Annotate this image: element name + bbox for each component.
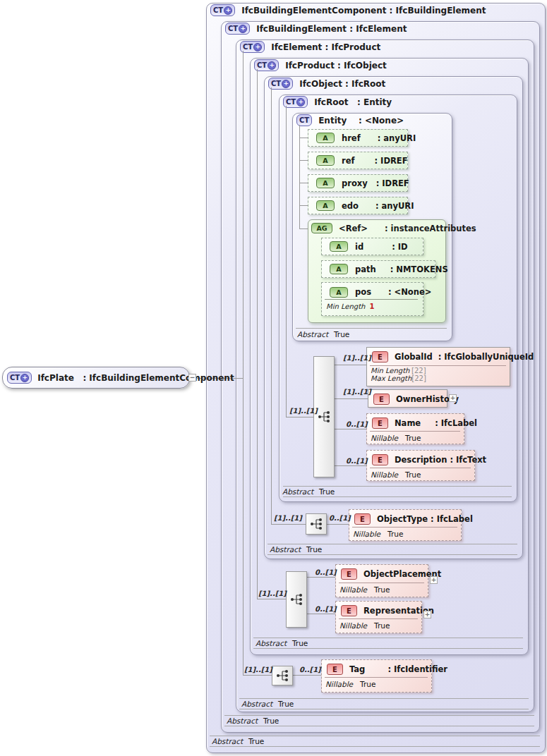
cardinality-label: [1]..[1] (244, 666, 272, 674)
complex-type-badge[interactable]: CT+ (210, 4, 235, 16)
facet-label: Abstract (256, 639, 292, 647)
type-title: IfcBuildingElement : IfcElement (256, 24, 407, 34)
attribute-proxy[interactable]: A proxy : IDREF (308, 174, 408, 192)
element-badge: E (372, 454, 388, 465)
facet-value: [22] (411, 367, 426, 374)
expand-icon[interactable]: + (282, 80, 290, 88)
facet-label: Abstract (282, 487, 319, 496)
cardinality-label: 0..[1] (299, 666, 321, 674)
expand-button-ownerhistory[interactable]: + (449, 394, 457, 402)
attribute-id[interactable]: A id : ID (321, 238, 423, 255)
attribute-label: pos : <None> (355, 287, 431, 297)
collapse-button-ifcplate[interactable]: − (188, 374, 196, 382)
min-length-facet-pos: Min Length1 (326, 302, 374, 311)
divider (253, 648, 523, 649)
expand-icon[interactable]: + (239, 25, 247, 33)
badge-label: CT (243, 43, 253, 51)
type-title: Entity : <None> (318, 116, 404, 126)
facet-label: Abstract (270, 545, 306, 554)
element-label: Name : IfcLabel (395, 418, 477, 428)
expand-icon[interactable]: + (20, 374, 29, 382)
connector-line (327, 524, 349, 525)
nillable-facet-objecttype: NillableTrue (353, 529, 403, 538)
expand-icon[interactable]: + (224, 6, 232, 15)
complex-type-badge[interactable]: CT+ (268, 78, 293, 90)
complex-type-badge[interactable]: CT+ (240, 41, 265, 53)
facet-label: Nillable (371, 434, 398, 442)
sequence-compositor-ifcelement[interactable] (272, 666, 293, 685)
root-type-ifcplate[interactable]: CT+ IfcPlate : IfcBuildingElementCompone… (2, 367, 190, 389)
header-entity: CT Entity : <None> (296, 114, 404, 126)
badge-label: CT (271, 80, 281, 87)
connector-line (299, 138, 308, 138)
attribute-path[interactable]: A path : NMTOKENS (321, 260, 435, 278)
connector-line (271, 524, 306, 525)
facet-label: Abstract (212, 737, 248, 745)
element-ownerhistory[interactable]: E OwnerHistory (368, 389, 447, 408)
expand-button-objectplacement[interactable]: + (430, 576, 438, 584)
facet-value: True (319, 487, 335, 496)
attribute-badge: A (316, 200, 335, 211)
facet-label: Max Length (371, 374, 411, 382)
cardinality-label: [1]..[1] (274, 514, 302, 523)
facet-label: Nillable (339, 585, 367, 594)
badge-label: CT (213, 6, 223, 14)
divider (239, 709, 529, 709)
divider (370, 365, 506, 366)
divider (325, 677, 428, 678)
facet-value: True (263, 717, 279, 725)
header-ifcobject: CT+ IfcObject : IfcRoot (268, 78, 385, 90)
expand-icon[interactable]: + (296, 98, 305, 106)
sequence-icon (289, 593, 303, 606)
type-title: IfcObject : IfcRoot (299, 79, 385, 89)
facet-value: True (374, 585, 390, 594)
header-ifcproduct: CT+ IfcProduct : IfcObject (254, 59, 387, 71)
connector-line (335, 429, 366, 429)
facet-label: Abstract (227, 717, 263, 725)
sequence-compositor-ifcproduct[interactable] (286, 571, 307, 628)
attribute-href[interactable]: A href : anyURI (308, 129, 408, 147)
expand-icon[interactable]: + (253, 43, 262, 51)
nillable-facet-description: NillableTrue (371, 470, 421, 479)
attribute-label: href : anyURI (342, 133, 416, 143)
attribute-label: edo : anyURI (342, 201, 414, 211)
facet-value: True (292, 639, 308, 647)
connector-line (299, 183, 308, 183)
element-label: GlobalId : IfcGloballyUniqueId (395, 352, 534, 362)
sequence-compositor-ifcobject[interactable] (306, 513, 327, 535)
header-ifcelement: CT+ IfcElement : IfcProduct (240, 41, 380, 53)
connector-line (307, 577, 335, 578)
connector-line (299, 160, 308, 161)
element-badge: E (354, 513, 371, 525)
expand-icon[interactable]: + (268, 61, 276, 70)
connector-line (286, 106, 287, 417)
complex-type-badge[interactable]: CT+ (283, 96, 308, 108)
facet-label: Min Length (326, 303, 365, 310)
badge-label: CT (286, 98, 296, 106)
element-header: E GlobalId : IfcGloballyUniqueId (367, 348, 510, 362)
divider (296, 328, 447, 329)
complex-type-badge[interactable]: CT+ (7, 372, 32, 384)
facet-value: True (306, 545, 322, 554)
divider (370, 468, 471, 468)
attribute-label: path : NMTOKENS (355, 264, 448, 274)
element-badge: E (327, 664, 343, 675)
connector-line (243, 51, 244, 676)
divider (339, 583, 424, 583)
sequence-compositor-ifcroot[interactable] (313, 356, 335, 477)
complex-type-badge[interactable]: CT+ (225, 23, 250, 35)
complex-type-badge[interactable]: CT+ (254, 59, 279, 71)
header-ref-group: AG <Ref> : instanceAttributes (311, 222, 476, 234)
facet-value: True (248, 737, 264, 745)
facet-value: True (334, 330, 349, 339)
attribute-edo[interactable]: A edo : anyURI (308, 197, 408, 214)
cardinality-label: 0..[1] (346, 420, 368, 429)
attribute-badge: A (316, 178, 335, 188)
divider (283, 496, 512, 497)
abstract-facet-entity: AbstractTrue (297, 329, 349, 339)
header-ifcbuildingelement: CT+ IfcBuildingElement : IfcElement (225, 23, 407, 35)
nillable-facet-objectplacement: NillableTrue (339, 585, 390, 594)
expand-button-representation[interactable]: + (423, 611, 431, 618)
facet-label: Abstract (241, 700, 278, 708)
attribute-ref[interactable]: A ref : IDREF (308, 152, 408, 169)
